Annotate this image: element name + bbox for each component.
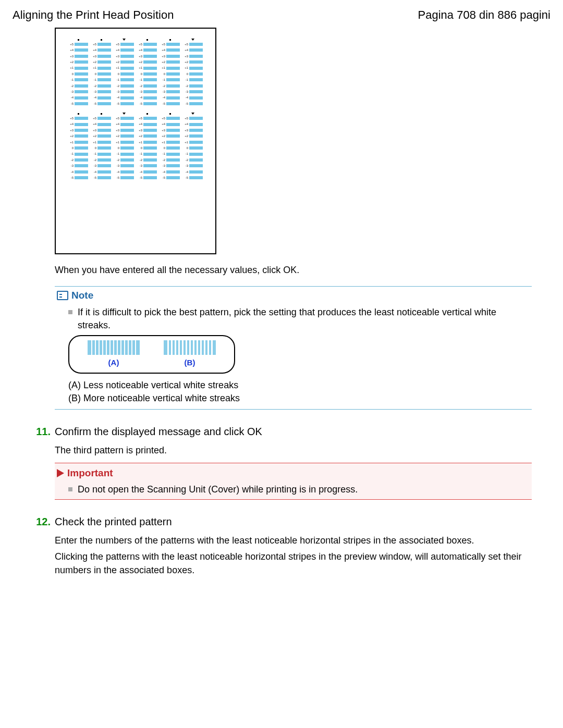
step-11: 11. Confirm the displayed message and cl… bbox=[32, 424, 532, 439]
note-icon bbox=[57, 291, 68, 300]
important-bullet: Do not open the Scanning Unit (Cover) wh… bbox=[55, 483, 532, 496]
step-title: Check the printed pattern bbox=[55, 514, 172, 529]
important-header: Important bbox=[55, 466, 532, 480]
streak-label-a: (A) bbox=[108, 357, 119, 368]
pattern-block-lower: +5+5+5+5+5+5+4+4+4+4+4+4+3+3+3+3+3+3+2+2… bbox=[68, 112, 203, 180]
step-12-body-1: Enter the numbers of the patterns with t… bbox=[55, 534, 532, 547]
streak-label-b: (B) bbox=[185, 357, 195, 368]
streak-block-b bbox=[164, 340, 216, 355]
streak-sample-a: (A) bbox=[88, 340, 140, 368]
important-label: Important bbox=[67, 466, 113, 480]
instruction-text: When you have entered all the necessary … bbox=[55, 264, 532, 277]
caption-b: (B) More noticeable vertical white strea… bbox=[55, 392, 532, 405]
important-icon bbox=[57, 469, 64, 477]
important-bullet-text: Do not open the Scanning Unit (Cover) wh… bbox=[78, 483, 358, 496]
step-number: 11. bbox=[32, 424, 51, 439]
page-header: Aligning the Print Head Position Pagina … bbox=[0, 0, 563, 28]
note-header: Note bbox=[55, 289, 532, 303]
streak-block-a bbox=[88, 340, 140, 355]
important-callout: Important Do not open the Scanning Unit … bbox=[55, 463, 532, 500]
step-number: 12. bbox=[32, 514, 51, 529]
pattern-block-upper: +5+5+5+5+5+5+4+4+4+4+4+4+3+3+3+3+3+3+2+2… bbox=[68, 38, 203, 106]
note-bullet: If it is difficult to pick the best patt… bbox=[55, 306, 532, 332]
bullet-icon bbox=[68, 487, 72, 491]
step-11-body: The third pattern is printed. bbox=[55, 444, 532, 457]
alignment-pattern-preview: +5+5+5+5+5+5+4+4+4+4+4+4+3+3+3+3+3+3+2+2… bbox=[55, 28, 216, 254]
page-indicator: Pagina 708 din 886 pagini bbox=[418, 7, 550, 23]
white-streaks-illustration: (A) (B) bbox=[68, 335, 235, 374]
step-12: 12. Check the printed pattern bbox=[32, 514, 532, 529]
streak-sample-b: (B) bbox=[164, 340, 216, 368]
note-callout: Note If it is difficult to pick the best… bbox=[55, 286, 532, 410]
page-title: Aligning the Print Head Position bbox=[13, 7, 174, 23]
note-bullet-text: If it is difficult to pick the best patt… bbox=[78, 306, 532, 332]
note-label: Note bbox=[71, 289, 93, 303]
step-title: Confirm the displayed message and click … bbox=[55, 424, 262, 439]
content-area: +5+5+5+5+5+5+4+4+4+4+4+4+3+3+3+3+3+3+2+2… bbox=[0, 28, 563, 577]
caption-a: (A) Less noticeable vertical white strea… bbox=[55, 379, 532, 392]
step-12-body-2: Clicking the patterns with the least not… bbox=[55, 550, 532, 576]
bullet-icon bbox=[68, 310, 72, 314]
